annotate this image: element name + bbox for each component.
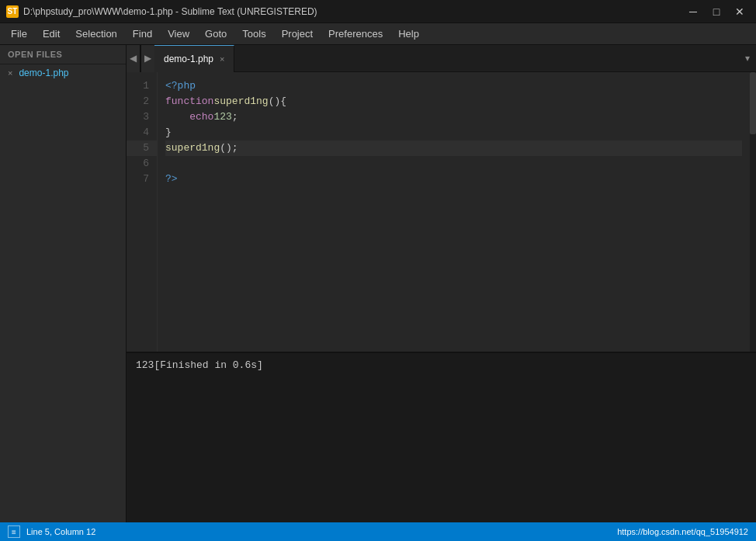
statusbar-icon: ≡ [8, 525, 20, 538]
tab-nav-left-button[interactable]: ◀ [127, 45, 140, 72]
menu-edit[interactable]: Edit [35, 26, 68, 41]
tab-label: demo-1.php [164, 54, 213, 64]
tab-close-icon[interactable]: × [220, 54, 224, 64]
close-button[interactable]: ✕ [730, 3, 750, 20]
menu-project[interactable]: Project [274, 26, 321, 41]
cursor-position: Line 5, Column 12 [26, 527, 95, 536]
statusbar: ≡ Line 5, Column 12 https://blog.csdn.ne… [0, 522, 756, 541]
minimap-thumb [750, 72, 756, 134]
menu-preferences[interactable]: Preferences [321, 26, 390, 41]
main-layout: OPEN FILES × demo-1.php ◀ ▶ demo-1.php ×… [0, 45, 756, 522]
code-line-6 [165, 156, 742, 172]
code-line-7: ?> [165, 172, 742, 187]
output-text: 123[Finished in 0.6s] [136, 359, 263, 371]
tab-dropdown-icon[interactable]: ▾ [739, 45, 756, 72]
minimize-button[interactable]: ─ [683, 3, 703, 20]
code-line-1: <?php [165, 78, 742, 94]
code-content[interactable]: <?php function superd1ng(){ echo 123; } … [158, 72, 750, 352]
code-editor[interactable]: 1 2 3 4 5 6 7 <?php function superd1ng()… [127, 72, 756, 352]
titlebar-left: ST D:\phpstudy_pro\WWW\demo-1.php - Subl… [6, 5, 317, 18]
line-numbers: 1 2 3 4 5 6 7 [127, 72, 158, 352]
app-icon: ST [6, 5, 19, 18]
sidebar-item-demo1[interactable]: × demo-1.php [0, 64, 126, 81]
minimap [750, 72, 756, 352]
window-controls: ─ □ ✕ [683, 3, 750, 20]
menu-help[interactable]: Help [390, 26, 427, 41]
editor-area: ◀ ▶ demo-1.php × ▾ 1 2 3 4 5 6 7 <?php [127, 45, 756, 522]
maximize-button[interactable]: □ [706, 3, 727, 20]
statusbar-left: ≡ Line 5, Column 12 [8, 525, 95, 538]
code-line-3: echo 123; [165, 109, 742, 125]
menu-find[interactable]: Find [125, 26, 160, 41]
window-title: D:\phpstudy_pro\WWW\demo-1.php - Sublime… [23, 6, 317, 17]
sidebar-header: OPEN FILES [0, 45, 126, 64]
menu-view[interactable]: View [160, 26, 197, 41]
tab-demo1[interactable]: demo-1.php × [154, 45, 234, 72]
code-line-5: superd1ng(); [165, 140, 742, 156]
blog-url: https://blog.csdn.net/qq_51954912 [617, 527, 748, 536]
sidebar: OPEN FILES × demo-1.php [0, 45, 127, 522]
output-panel: 123[Finished in 0.6s] [127, 352, 756, 522]
titlebar: ST D:\phpstudy_pro\WWW\demo-1.php - Subl… [0, 0, 756, 23]
menu-tools[interactable]: Tools [234, 26, 273, 41]
menu-file[interactable]: File [3, 26, 35, 41]
menubar: File Edit Selection Find View Goto Tools… [0, 23, 756, 45]
menu-goto[interactable]: Goto [197, 26, 234, 41]
tab-nav-right-button[interactable]: ▶ [140, 45, 154, 72]
tabbar: ◀ ▶ demo-1.php × ▾ [127, 45, 756, 72]
sidebar-close-icon[interactable]: × [6, 68, 14, 78]
code-line-2: function superd1ng(){ [165, 94, 742, 109]
statusbar-right: https://blog.csdn.net/qq_51954912 [617, 527, 748, 536]
menu-selection[interactable]: Selection [68, 26, 124, 41]
code-line-4: } [165, 125, 742, 140]
sidebar-filename: demo-1.php [19, 68, 68, 78]
